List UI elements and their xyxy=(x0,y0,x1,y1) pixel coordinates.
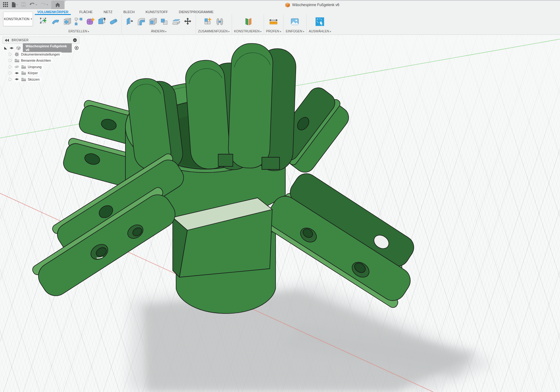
visibility-eye-icon[interactable] xyxy=(14,71,19,75)
construction-plane-button[interactable] xyxy=(242,15,254,28)
document-tab[interactable]: Wäschespinne Fußgelenk v6 xyxy=(65,1,560,9)
tab-blech[interactable]: BLECH xyxy=(123,10,135,14)
folder-icon xyxy=(21,65,26,69)
construction-plane-icon xyxy=(243,17,252,26)
move-icon xyxy=(183,17,192,26)
folder-icon xyxy=(14,58,19,63)
scene-canvas xyxy=(0,0,560,392)
construction-mode-button[interactable]: KONSTRUKTION xyxy=(3,12,33,26)
new-component-button[interactable] xyxy=(202,15,214,28)
visibility-eye-icon[interactable] xyxy=(9,46,14,50)
fusion360-window: { "window": { "document_title": "Wäsches… xyxy=(0,0,560,392)
collapse-panel-icon[interactable] xyxy=(5,39,9,42)
joint-icon xyxy=(215,17,224,26)
ribbon: KONSTRUKTION VOLUMENKÖRPER FLÄCHE NETZ B… xyxy=(0,9,560,35)
insert-image-button[interactable] xyxy=(289,15,301,28)
create-sketch-button[interactable] xyxy=(38,15,50,28)
fillet-button[interactable] xyxy=(135,15,147,28)
home-tab[interactable] xyxy=(51,1,64,9)
collapsed-arrow-icon[interactable] xyxy=(9,59,12,62)
shell-icon xyxy=(148,17,157,26)
browser-item-label: Körper xyxy=(28,71,38,75)
move-button[interactable] xyxy=(182,15,193,28)
document-cube-icon xyxy=(285,3,290,7)
browser-panel: BROWSER Wäschespinne Fußgelenk v6 xyxy=(2,37,79,82)
save-button[interactable] xyxy=(20,1,27,9)
collapsed-arrow-icon[interactable] xyxy=(9,78,12,81)
create-sketch-icon xyxy=(39,17,49,26)
measure-button[interactable] xyxy=(268,15,279,28)
visibility-eye-icon[interactable] xyxy=(14,77,19,82)
press-pull-button[interactable] xyxy=(124,15,135,28)
browser-title: BROWSER xyxy=(12,38,29,42)
browser-root-row[interactable]: Wäschespinne Fußgelenk v6 xyxy=(2,45,79,51)
tab-netz[interactable]: NETZ xyxy=(103,10,112,14)
tab-flaeche[interactable]: FLÄCHE xyxy=(79,10,92,14)
fillet-icon xyxy=(137,17,146,26)
browser-item-ursprung[interactable]: Ursprung xyxy=(2,64,79,70)
display-settings-icon[interactable] xyxy=(73,38,77,42)
folder-icon xyxy=(21,77,26,82)
browser-item-skizzen[interactable]: Skizzen xyxy=(2,76,79,83)
browser-root-label[interactable]: Wäschespinne Fußgelenk v6 xyxy=(23,43,72,53)
group-label-einfuegen[interactable]: EINFÜGEN xyxy=(286,29,304,33)
browser-header[interactable]: BROWSER xyxy=(2,37,79,44)
browser-item-benannte-ansichten[interactable]: Benannte Ansichten xyxy=(2,57,79,64)
tab-volumenkoerper[interactable]: VOLUMENKÖRPER xyxy=(37,10,68,14)
split-body-button[interactable] xyxy=(170,15,182,28)
group-label-zusammenfuegen[interactable]: ZUSAMMENFÜGEN xyxy=(198,29,229,33)
prong-base-tab-2 xyxy=(262,157,280,169)
group-label-pruefen[interactable]: PRÜFEN xyxy=(266,29,281,33)
tab-kunststoff[interactable]: KUNSTSTOFF xyxy=(146,10,168,14)
group-label-auswaehlen[interactable]: AUSWÄHLEN xyxy=(309,29,331,33)
rectangular-pattern-icon xyxy=(74,17,83,26)
browser-item-label: Skizzen xyxy=(28,78,40,81)
collapsed-arrow-icon[interactable] xyxy=(9,71,12,74)
select-button[interactable] xyxy=(314,15,326,28)
rectangular-pattern-button[interactable] xyxy=(73,15,85,28)
browser-item-koerper[interactable]: Körper xyxy=(2,70,79,76)
3d-model[interactable] xyxy=(31,43,418,314)
extrude-icon xyxy=(97,17,107,26)
viewport-3d[interactable]: BROWSER Wäschespinne Fußgelenk v6 xyxy=(0,35,560,392)
undo-icon xyxy=(29,2,35,7)
file-menu-button[interactable] xyxy=(10,1,19,9)
pipe-button[interactable] xyxy=(108,15,119,28)
group-label-aendern[interactable]: ÄNDERN xyxy=(151,29,167,33)
collapsed-arrow-icon[interactable] xyxy=(9,53,12,56)
group-pruefen: PRÜFEN xyxy=(264,14,284,34)
combine-button[interactable] xyxy=(159,15,170,28)
gear-icon xyxy=(14,52,19,56)
ribbon-groups: ERSTELLEN xyxy=(36,14,333,34)
group-einfuegen: EINFÜGEN xyxy=(284,14,307,34)
extrude-button[interactable] xyxy=(96,15,108,28)
collapsed-arrow-icon[interactable] xyxy=(9,65,12,68)
group-aendern: ÄNDERN xyxy=(122,14,196,34)
browser-item-label: Dokumenteneinstellungen xyxy=(21,53,60,56)
joint-button[interactable] xyxy=(214,15,226,28)
visibility-off-icon[interactable] xyxy=(14,65,19,69)
hole-icon xyxy=(63,17,72,26)
group-label-konstruieren[interactable]: KONSTRUIEREN xyxy=(234,29,262,33)
redo-icon xyxy=(40,2,46,7)
combine-icon xyxy=(160,17,169,26)
loft-form-button[interactable] xyxy=(50,15,61,28)
create-form-button[interactable] xyxy=(85,15,96,28)
group-erstellen: ERSTELLEN xyxy=(36,14,122,34)
quick-access-toolbar xyxy=(2,0,49,9)
shell-button[interactable] xyxy=(147,15,159,28)
expand-arrow-icon[interactable] xyxy=(4,47,7,49)
create-form-icon xyxy=(86,17,95,26)
app-launcher-button[interactable] xyxy=(2,1,9,9)
redo-button[interactable] xyxy=(39,1,49,9)
home-icon xyxy=(55,3,60,7)
activate-component-radio[interactable] xyxy=(74,45,79,50)
measure-icon xyxy=(269,17,278,26)
hole-button[interactable] xyxy=(61,15,73,28)
undo-button[interactable] xyxy=(28,1,38,9)
ribbon-tabs: VOLUMENKÖRPER FLÄCHE NETZ BLECH KUNSTSTO… xyxy=(37,9,214,14)
split-body-icon xyxy=(172,17,181,26)
tab-dienstprogramme[interactable]: DIENSTPROGRAMME xyxy=(179,10,214,14)
insert-image-icon xyxy=(290,17,299,26)
group-label-erstellen[interactable]: ERSTELLEN xyxy=(68,29,89,33)
